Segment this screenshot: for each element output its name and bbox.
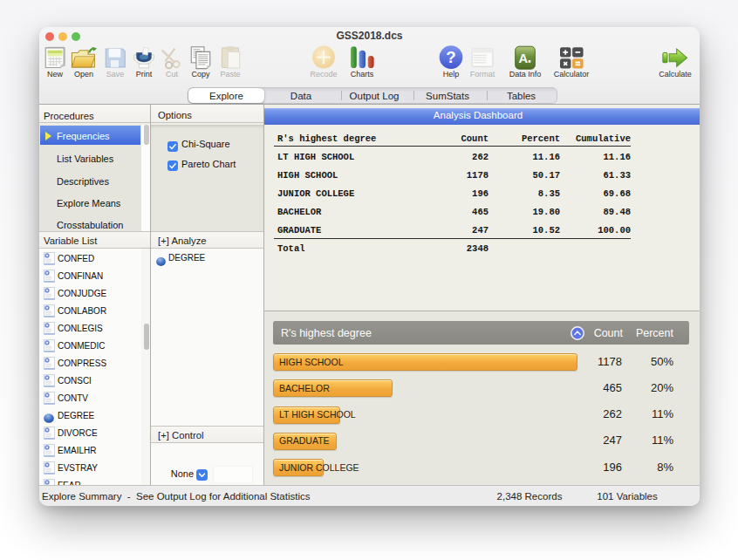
- svg-text:?: ?: [446, 48, 455, 66]
- svg-text:A: A: [518, 51, 528, 65]
